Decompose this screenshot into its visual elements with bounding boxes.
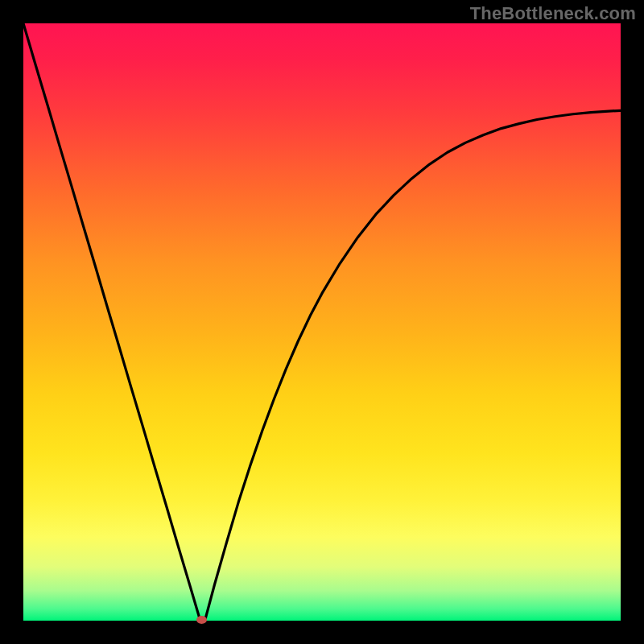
chart-frame: TheBottleneck.com: [0, 0, 644, 644]
curve-path: [23, 23, 621, 618]
watermark-text: TheBottleneck.com: [470, 3, 636, 24]
minimum-marker-icon: [196, 616, 207, 624]
bottleneck-curve: [23, 23, 621, 621]
